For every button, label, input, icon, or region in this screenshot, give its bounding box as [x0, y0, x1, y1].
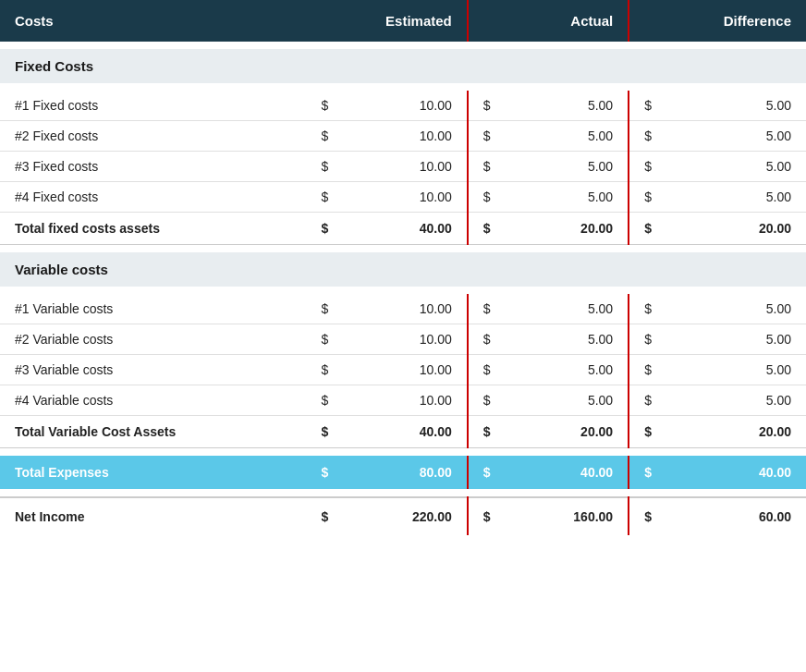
- total-act-sym: $: [468, 416, 524, 448]
- row-label: #2 Fixed costs: [0, 121, 306, 152]
- currency-symbol: $: [306, 355, 361, 385]
- header-difference: Difference: [629, 0, 806, 42]
- row-label: #1 Fixed costs: [0, 91, 306, 121]
- total-est-sym: $: [306, 213, 361, 245]
- net-income-diff-val: 60.00: [696, 497, 806, 535]
- expenses-est-sym: $: [306, 456, 361, 489]
- amount-value: 5.00: [696, 324, 806, 355]
- amount-value: 10.00: [361, 294, 467, 324]
- row-label: #4 Variable costs: [0, 385, 306, 416]
- amount-value: 10.00: [361, 182, 467, 213]
- spacer-row: [0, 42, 806, 49]
- actual-amount-value: 5.00: [524, 152, 629, 182]
- amount-value: 5.00: [696, 385, 806, 416]
- currency-symbol: $: [629, 324, 696, 355]
- actual-amount-value: 5.00: [524, 91, 629, 121]
- expenses-diff-val: 40.00: [696, 456, 806, 489]
- currency-symbol: $: [306, 294, 361, 324]
- row-label: #1 Variable costs: [0, 294, 306, 324]
- net-income-diff-sym: $: [629, 497, 696, 535]
- actual-currency-symbol: $: [468, 152, 524, 182]
- actual-amount-value: 5.00: [524, 385, 629, 416]
- amount-value: 10.00: [361, 91, 467, 121]
- amount-value: 10.00: [361, 385, 467, 416]
- currency-symbol: $: [629, 294, 696, 324]
- total-label: Total fixed costs assets: [0, 213, 306, 245]
- spacer-row: [0, 489, 806, 497]
- amount-value: 5.00: [696, 152, 806, 182]
- total-diff-sym: $: [629, 213, 696, 245]
- actual-currency-symbol: $: [468, 355, 524, 385]
- net-income-label: Net Income: [0, 497, 306, 535]
- expenses-act-val: 40.00: [524, 456, 629, 489]
- row-label: #3 Variable costs: [0, 355, 306, 385]
- currency-symbol: $: [306, 121, 361, 152]
- total-diff-sym: $: [629, 416, 696, 448]
- data-row: #3 Variable costs $ 10.00 $ 5.00 $ 5.00: [0, 355, 806, 385]
- spacer-row: [0, 448, 806, 457]
- total-est-sym: $: [306, 416, 361, 448]
- net-income-act-sym: $: [468, 497, 524, 535]
- spacer-row: [0, 83, 806, 91]
- row-label: #2 Variable costs: [0, 324, 306, 355]
- total-act-sym: $: [468, 213, 524, 245]
- actual-currency-symbol: $: [468, 91, 524, 121]
- expenses-act-sym: $: [468, 456, 524, 489]
- header-estimated: Estimated: [306, 0, 467, 42]
- amount-value: 5.00: [696, 294, 806, 324]
- actual-amount-value: 5.00: [524, 182, 629, 213]
- costs-table: Costs Estimated Actual Difference Fixed …: [0, 0, 806, 535]
- net-income-est-sym: $: [306, 497, 361, 535]
- data-row: #1 Fixed costs $ 10.00 $ 5.00 $ 5.00: [0, 91, 806, 121]
- section-header-fixed-costs: Fixed Costs: [0, 49, 806, 83]
- data-row: #4 Fixed costs $ 10.00 $ 5.00 $ 5.00: [0, 182, 806, 213]
- net-income-row: Net Income $ 220.00 $ 160.00 $ 60.00: [0, 497, 806, 535]
- total-expenses-row: Total Expenses $ 80.00 $ 40.00 $ 40.00: [0, 456, 806, 489]
- actual-amount-value: 5.00: [524, 324, 629, 355]
- spacer-row: [0, 245, 806, 253]
- row-label: #4 Fixed costs: [0, 182, 306, 213]
- currency-symbol: $: [306, 385, 361, 416]
- net-income-act-val: 160.00: [524, 497, 629, 535]
- actual-amount-value: 5.00: [524, 355, 629, 385]
- section-title: Variable costs: [0, 252, 806, 287]
- data-row: #2 Variable costs $ 10.00 $ 5.00 $ 5.00: [0, 324, 806, 355]
- currency-symbol: $: [629, 152, 696, 182]
- section-header-variable-costs: Variable costs: [0, 252, 806, 287]
- currency-symbol: $: [629, 91, 696, 121]
- total-diff-val: 20.00: [696, 416, 806, 448]
- total-row-variable-costs: Total Variable Cost Assets $ 40.00 $ 20.…: [0, 416, 806, 448]
- amount-value: 10.00: [361, 355, 467, 385]
- amount-value: 10.00: [361, 121, 467, 152]
- total-diff-val: 20.00: [696, 213, 806, 245]
- amount-value: 5.00: [696, 355, 806, 385]
- actual-amount-value: 5.00: [524, 294, 629, 324]
- row-label: #3 Fixed costs: [0, 152, 306, 182]
- currency-symbol: $: [629, 121, 696, 152]
- currency-symbol: $: [629, 385, 696, 416]
- expenses-diff-sym: $: [629, 456, 696, 489]
- total-est-val: 40.00: [361, 416, 467, 448]
- total-act-val: 20.00: [524, 213, 629, 245]
- currency-symbol: $: [629, 355, 696, 385]
- amount-value: 5.00: [696, 91, 806, 121]
- spacer-row: [0, 287, 806, 294]
- currency-symbol: $: [629, 182, 696, 213]
- data-row: #4 Variable costs $ 10.00 $ 5.00 $ 5.00: [0, 385, 806, 416]
- actual-currency-symbol: $: [468, 294, 524, 324]
- currency-symbol: $: [306, 91, 361, 121]
- amount-value: 5.00: [696, 121, 806, 152]
- currency-symbol: $: [306, 182, 361, 213]
- section-title: Fixed Costs: [0, 49, 806, 83]
- amount-value: 5.00: [696, 182, 806, 213]
- actual-currency-symbol: $: [468, 324, 524, 355]
- actual-amount-value: 5.00: [524, 121, 629, 152]
- total-row-fixed-costs: Total fixed costs assets $ 40.00 $ 20.00…: [0, 213, 806, 245]
- actual-currency-symbol: $: [468, 121, 524, 152]
- actual-currency-symbol: $: [468, 385, 524, 416]
- data-row: #3 Fixed costs $ 10.00 $ 5.00 $ 5.00: [0, 152, 806, 182]
- amount-value: 10.00: [361, 324, 467, 355]
- total-est-val: 40.00: [361, 213, 467, 245]
- expenses-est-val: 80.00: [361, 456, 467, 489]
- total-label: Total Variable Cost Assets: [0, 416, 306, 448]
